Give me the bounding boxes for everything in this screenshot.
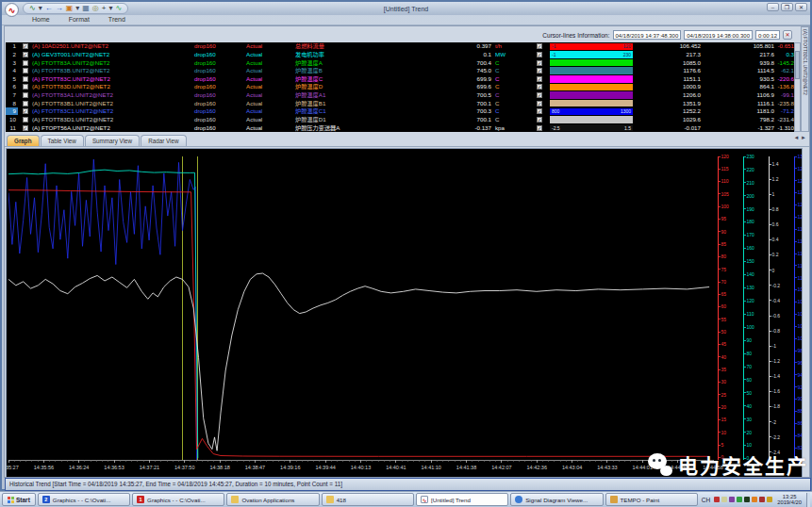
svg-text:1280: 1280 [798, 166, 803, 172]
taskbar-button[interactable]: 1Graphics - - C:\Ovati... [132, 493, 224, 506]
scale-checkbox[interactable]: ✓ [537, 84, 542, 90]
svg-text:115: 115 [721, 166, 729, 172]
svg-text:80: 80 [747, 351, 753, 356]
row-checkbox[interactable] [23, 92, 28, 98]
svg-text:1240: 1240 [798, 189, 803, 195]
taskbar-button[interactable]: Signal Diagram Viewe... [510, 493, 603, 506]
add-icon[interactable]: + [102, 4, 107, 13]
spark-line-icon[interactable]: ∿ [116, 4, 123, 13]
taskbar-button[interactable]: 418 [322, 493, 414, 506]
unit-cell: C [491, 67, 529, 74]
maximize-button[interactable]: ❐ [781, 3, 793, 11]
scale-checkbox[interactable]: ✓ [537, 101, 542, 106]
dropdown-caret-icon[interactable]: ▾ [75, 4, 79, 13]
table-row[interactable]: 10(A) FTOTT83D1.UNIT2@NET2drop160Actual炉… [6, 116, 796, 124]
table-row[interactable]: 3(A) FTOTT83A.UNIT2@NET2drop160Actual炉膛温… [6, 58, 796, 67]
back-arrow-icon[interactable]: ← [45, 4, 53, 13]
table-row[interactable]: 11✓(A) FTOPT56A.UNIT2@NET2drop160Actual炉… [6, 123, 796, 132]
row-checkbox[interactable] [23, 101, 28, 106]
menu-format[interactable]: Format [61, 15, 97, 25]
row-checkbox[interactable] [23, 60, 28, 66]
menu-home[interactable]: Home [25, 15, 58, 25]
scale-checkbox[interactable]: ✓ [537, 68, 542, 74]
language-indicator[interactable]: CH [700, 497, 712, 503]
cursor-end-field[interactable]: 04/18/2019 14:38:00.300 [684, 30, 753, 40]
table-row[interactable]: 8(A) FTOTT83B1.UNIT2@NET2drop160Actual炉膛… [6, 99, 796, 107]
tray-icon[interactable] [744, 497, 750, 502]
taskbar-button[interactable]: TEMPO - Paint [605, 493, 698, 506]
svg-text:10: 10 [721, 430, 727, 435]
trend-chart-icon[interactable]: ∿ [29, 4, 36, 13]
monitor-2-icon: 2 [42, 496, 50, 503]
drop-cell: drop160 [194, 116, 246, 123]
app-logo-icon[interactable]: ∿ [5, 3, 19, 17]
row-checkbox[interactable]: ✓ [23, 43, 28, 49]
taskbar-button[interactable]: Ovation Applications [226, 493, 319, 506]
cursor-duration-field[interactable]: 0:00:12 [755, 30, 780, 40]
taskbar-button[interactable]: 2Graphics - - C:\Ovati... [38, 493, 130, 506]
cursor-start-field[interactable]: 04/18/2019 14:37:48.300 [613, 30, 682, 40]
tray-icon[interactable] [729, 497, 735, 502]
tab-table-view[interactable]: Table View [41, 135, 84, 146]
tray-icon[interactable] [767, 497, 772, 502]
row-checkbox[interactable] [23, 84, 28, 90]
cursor-close-icon[interactable]: ✕ [783, 30, 792, 40]
row-checkbox[interactable] [23, 76, 28, 82]
tray-icon[interactable] [752, 497, 757, 502]
tab-summary-view[interactable]: Summary View [85, 135, 140, 146]
scale-checkbox[interactable]: ✓ [537, 52, 542, 57]
table-row[interactable]: 9✓(A) FTOTT83C1.UNIT2@NET2drop160Actual炉… [6, 107, 796, 116]
table-row[interactable]: 5(A) FTOTT83C.UNIT2@NET2drop160Actual炉膛温… [6, 75, 796, 84]
description-cell: 炉膛温度A1 [295, 91, 456, 99]
minimize-button[interactable]: – [767, 3, 779, 11]
dropdown-caret-icon[interactable]: ▾ [109, 4, 113, 13]
table-row[interactable]: 4(A) FTOTT83B.UNIT2@NET2drop160Actual炉膛温… [6, 67, 796, 75]
tray-icon[interactable] [721, 497, 727, 502]
windows-flag-icon [8, 497, 14, 503]
svg-text:1.4: 1.4 [772, 161, 779, 167]
scale-min: -1 [552, 51, 555, 58]
scale-checkbox[interactable]: ✓ [537, 43, 542, 49]
menu-trend[interactable]: Trend [101, 15, 133, 25]
taskbar-button[interactable]: ∿[Untitled] Trend [416, 493, 508, 506]
scale-checkbox[interactable]: ✓ [537, 60, 542, 66]
tray-icon[interactable] [714, 497, 720, 502]
svg-text:230: 230 [747, 154, 755, 159]
row-checkbox[interactable] [23, 68, 28, 74]
svg-text:960: 960 [798, 360, 803, 366]
scale-checkbox[interactable]: ✓ [537, 125, 542, 131]
table-row[interactable]: 6(A) FTOTT83D.UNIT2@NET2drop160Actual炉膛温… [6, 83, 796, 91]
trend-chart[interactable]: 14:35:2714:35:5614:36:2414:36:5314:37:21… [7, 149, 802, 477]
row-checkbox[interactable]: ✓ [23, 108, 28, 114]
scale-checkbox[interactable]: ✓ [537, 76, 542, 82]
dropdown-caret-icon[interactable]: ▾ [39, 4, 42, 13]
forward-arrow-icon[interactable]: → [56, 4, 63, 13]
table-row[interactable]: 7(A) FTOTT83A1.UNIT2@NET2drop160Actual炉膛… [6, 91, 796, 100]
row-checkbox[interactable] [23, 117, 28, 123]
cursor2-value-cell: 217.6 [701, 51, 774, 58]
table-row[interactable]: 2✓(A) GEV3T001.UNIT2@NET2drop160Actual发电… [6, 51, 796, 59]
show-desktop-button[interactable] [806, 493, 810, 507]
tab-graph[interactable]: Graph [7, 135, 40, 146]
svg-text:0.4: 0.4 [772, 237, 779, 242]
zoom-icon[interactable]: ◎ [92, 4, 99, 13]
row-checkbox[interactable]: ✓ [23, 52, 28, 57]
table-scrollbar[interactable] [794, 42, 801, 132]
signal-flyout-tab[interactable]: (A) FTOTT83C1.UNIT2@NET2 [801, 26, 809, 132]
taskbar-clock[interactable]: 13:25 2019/4/20 [774, 494, 804, 505]
tray-icon[interactable] [759, 497, 765, 502]
scale-checkbox[interactable]: ✓ [537, 92, 542, 98]
tray-icon[interactable] [737, 497, 742, 502]
row-checkbox[interactable]: ✓ [23, 125, 28, 131]
table-row[interactable]: 1✓(A) 10AD2501.UNIT2@NET2drop160Actual总燃… [6, 42, 796, 51]
start-button[interactable]: Start [2, 493, 36, 506]
tab-scroll-arrows[interactable]: ◄ ► [793, 135, 806, 140]
close-button[interactable]: ✕ [795, 3, 807, 11]
grid-icon[interactable]: ▦ [82, 4, 90, 13]
difference-cell: -136.8 [774, 83, 796, 90]
trend-graph-panel[interactable]: 14:35:2714:35:5614:36:2414:36:5314:37:21… [6, 148, 803, 478]
scale-checkbox[interactable]: ✓ [537, 117, 542, 123]
scale-checkbox[interactable]: ✓ [537, 108, 542, 114]
export-icon[interactable]: ▣ [66, 4, 74, 13]
tab-radar-view[interactable]: Radar View [141, 135, 186, 146]
